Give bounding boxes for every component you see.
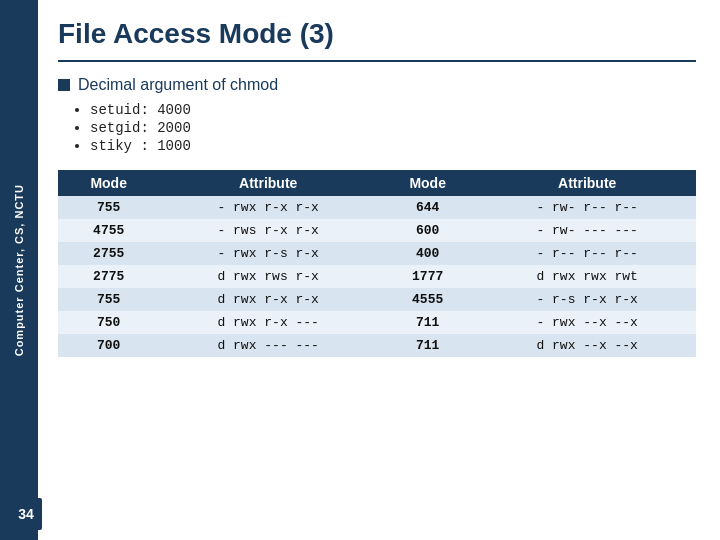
chmod-table: Mode Attribute Mode Attribute 755- rwx r… (58, 170, 696, 357)
table-cell: - rw- --- --- (478, 219, 696, 242)
col-header-mode2: Mode (377, 170, 478, 196)
table-row: 755- rwx r-x r-x644- rw- r-- r-- (58, 196, 696, 219)
table-row: 700d rwx --- ---711d rwx --x --x (58, 334, 696, 357)
table-cell: 2755 (58, 242, 159, 265)
bullet-icon (58, 79, 70, 91)
table-row: 2775d rwx rws r-x1777d rwx rwx rwt (58, 265, 696, 288)
table-row: 4755- rws r-x r-x600- rw- --- --- (58, 219, 696, 242)
table-cell: - r-- r-- r-- (478, 242, 696, 265)
table-cell: d rwx r-x --- (159, 311, 377, 334)
sidebar: Computer Center, CS, NCTU (0, 0, 38, 540)
table-cell: - rw- r-- r-- (478, 196, 696, 219)
table-cell: 750 (58, 311, 159, 334)
table-cell: d rwx --- --- (159, 334, 377, 357)
table-cell: 755 (58, 288, 159, 311)
col-header-mode1: Mode (58, 170, 159, 196)
list-item: setuid: 4000 (90, 102, 696, 118)
table-cell: 4555 (377, 288, 478, 311)
main-content: File Access Mode (3) Decimal argument of… (38, 0, 720, 540)
table-cell: 711 (377, 334, 478, 357)
page-title: File Access Mode (3) (58, 18, 696, 50)
table-cell: - rwx r-x r-x (159, 196, 377, 219)
table-cell: - rwx r-s r-x (159, 242, 377, 265)
table-cell: d rwx r-x r-x (159, 288, 377, 311)
table-cell: d rwx rws r-x (159, 265, 377, 288)
col-header-attr1: Attribute (159, 170, 377, 196)
table-container: Mode Attribute Mode Attribute 755- rwx r… (58, 170, 696, 522)
table-cell: 600 (377, 219, 478, 242)
table-row: 2755- rwx r-s r-x400- r-- r-- r-- (58, 242, 696, 265)
page-number: 34 (10, 498, 42, 530)
table-cell: - rwx --x --x (478, 311, 696, 334)
table-cell: 2775 (58, 265, 159, 288)
table-cell: 1777 (377, 265, 478, 288)
table-cell: - rws r-x r-x (159, 219, 377, 242)
section-label: Decimal argument of chmod (78, 76, 278, 94)
list-item: setgid: 2000 (90, 120, 696, 136)
table-cell: 4755 (58, 219, 159, 242)
list-item: stiky : 1000 (90, 138, 696, 154)
table-header-row: Mode Attribute Mode Attribute (58, 170, 696, 196)
table-row: 750d rwx r-x ---711- rwx --x --x (58, 311, 696, 334)
table-cell: 400 (377, 242, 478, 265)
table-cell: - r-s r-x r-x (478, 288, 696, 311)
bullet-list: setuid: 4000 setgid: 2000 stiky : 1000 (90, 102, 696, 156)
table-row: 755d rwx r-x r-x4555- r-s r-x r-x (58, 288, 696, 311)
table-cell: 711 (377, 311, 478, 334)
table-cell: 644 (377, 196, 478, 219)
sidebar-label: Computer Center, CS, NCTU (13, 184, 25, 356)
col-header-attr2: Attribute (478, 170, 696, 196)
table-cell: d rwx --x --x (478, 334, 696, 357)
table-cell: 700 (58, 334, 159, 357)
divider (58, 60, 696, 62)
table-cell: 755 (58, 196, 159, 219)
table-cell: d rwx rwx rwt (478, 265, 696, 288)
section-header: Decimal argument of chmod (58, 76, 696, 94)
